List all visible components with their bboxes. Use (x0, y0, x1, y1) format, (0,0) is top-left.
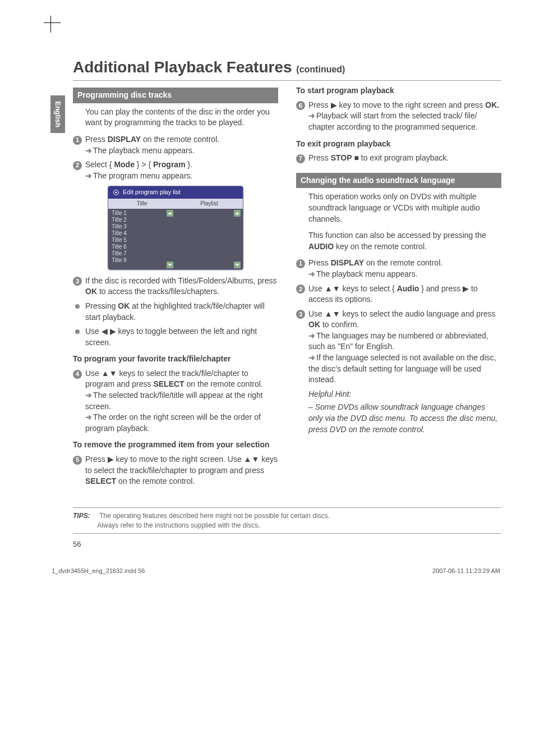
step-body: Press DISPLAY on the remote control. ➜Th… (308, 258, 501, 280)
text: ■ to exit program playback. (352, 153, 449, 162)
playlist-title-text: Edit program play list (123, 188, 181, 196)
crop-mark (50, 16, 51, 33)
right-step-2: 2 Use ▲▼ keys to select { Audio } and pr… (296, 283, 501, 305)
key-label: SELECT (85, 476, 116, 485)
list-item: Title 6 (112, 244, 172, 250)
tips-box: TIPS: The operating features described h… (73, 507, 501, 534)
title-continued: (continued) (296, 65, 345, 74)
section-heading-audio: Changing the audio soundtrack language (296, 173, 501, 189)
page-number: 56 (73, 539, 501, 549)
scroll-down-icon (167, 262, 173, 268)
key-label: DISPLAY (108, 135, 141, 144)
subheading-remove: To remove the programmed item from your … (73, 439, 278, 451)
tips-line: Always refer to the instructions supplie… (97, 521, 260, 529)
text: key on the remote control. (334, 242, 427, 251)
result-arrow-icon: ➜ (308, 353, 315, 362)
list-item: Title 5 (112, 237, 172, 244)
list-item: Title 2 (112, 217, 172, 223)
result-arrow-icon: ➜ (85, 391, 92, 400)
result-arrow-icon: ➜ (85, 146, 92, 155)
right-column: To start program playback 6 Press ▶ key … (296, 85, 501, 491)
result-arrow-icon: ➜ (85, 171, 92, 180)
text: on the remote control. (141, 135, 219, 144)
result-text: The playback menu appears. (93, 146, 195, 155)
result-text: The playback menu appears. (316, 269, 418, 278)
playlist-right-list (176, 209, 243, 269)
playlist-col-title: Title (108, 199, 176, 209)
result-text: The program menu appears. (93, 171, 192, 180)
text: Press (308, 258, 331, 267)
text: on the remote control. (364, 258, 442, 267)
step-body: Select { Mode } > { Program }. ➜The prog… (85, 159, 278, 181)
title-rule (73, 80, 501, 81)
playlist-title-list: Title 1 Title 2 Title 3 Title 4 Title 5 … (108, 209, 176, 269)
key-label: SELECT (153, 379, 184, 388)
playlist-col-playlist: Playlist (176, 199, 243, 209)
step-body: Press ▶ key to move to the right screen … (308, 100, 501, 133)
text: Use ▲▼ keys to select { (308, 284, 397, 293)
list-item: Title 7 (112, 250, 172, 257)
result-arrow-icon: ➜ (308, 111, 315, 120)
step-4: 4 Use ▲▼ keys to select the track/file/c… (73, 368, 278, 434)
print-footer: 1_dvdr3455H_eng_21832.indd 56 2007-06-11… (50, 567, 501, 575)
text: Press ▶ key to move to the right screen.… (85, 455, 278, 475)
key-label: Mode (114, 160, 135, 169)
step-body: If the disc is recorded with Titles/Fold… (85, 276, 278, 297)
hint-body: – Some DVDs allow soundtrack language ch… (308, 402, 501, 435)
text: Select { (85, 160, 114, 169)
text: on the remote control. (116, 476, 195, 485)
para: This function can also be accessed by pr… (308, 230, 501, 252)
right-step-1: 1 Press DISPLAY on the remote control. ➜… (296, 258, 501, 280)
result-text: The selected track/file/title will appea… (85, 391, 263, 411)
result-text: If the language selected is not availabl… (308, 353, 496, 384)
text: }. (186, 160, 192, 169)
step-body: Press ▶ key to move to the right screen.… (85, 454, 278, 487)
text: Press ▶ key to move to the right screen … (308, 100, 485, 109)
text: on the remote control. (185, 379, 263, 388)
key-label: STOP (331, 153, 352, 162)
text: } > { (135, 160, 153, 169)
key-label: DISPLAY (331, 258, 364, 267)
list-item: Title 4 (112, 230, 172, 237)
step-2: 2 Select { Mode } > { Program }. ➜The pr… (73, 159, 278, 181)
key-label: Program (153, 160, 186, 169)
scroll-down-icon (234, 262, 241, 268)
result-text: The order on the right screen will be th… (85, 413, 261, 433)
bullet-item: Use ◀ ▶ keys to toggle between the left … (73, 326, 278, 348)
subheading-program: To program your favorite track/file/chap… (73, 354, 278, 365)
playlist-columns: Title Playlist (108, 199, 243, 209)
language-tab: English (50, 95, 65, 133)
step-number-icon: 2 (73, 161, 82, 170)
playlist-screenshot: Edit program play list Title Playlist Ti… (108, 186, 243, 269)
step-number-icon: 3 (73, 277, 82, 286)
step-number-icon: 1 (296, 259, 305, 268)
list-item: Title 8 (112, 257, 172, 264)
bullet-icon (75, 304, 80, 309)
playlist-titlebar: Edit program play list (108, 186, 243, 198)
text: Use ▲▼ keys to select the audio language… (308, 309, 496, 318)
key-label: OK (308, 320, 320, 329)
text: to confirm. (320, 320, 359, 329)
step-body: Use ◀ ▶ keys to toggle between the left … (85, 326, 278, 348)
step-body: Press DISPLAY on the remote control. ➜Th… (85, 134, 278, 156)
scroll-up-icon (234, 210, 241, 217)
step-body: Pressing OK at the highlighted track/fil… (85, 301, 278, 323)
columns: Programming disc tracks You can play the… (73, 85, 501, 491)
result-arrow-icon: ➜ (308, 331, 315, 340)
step-6: 6 Press ▶ key to move to the right scree… (296, 100, 501, 133)
text: to access the tracks/files/chapters. (97, 287, 219, 296)
step-number-icon: 4 (73, 370, 82, 379)
text: Pressing (85, 301, 118, 310)
step-body: Press STOP ■ to exit program playback. (308, 153, 501, 164)
text: Press (85, 135, 108, 144)
subheading-exit: To exit program playback (296, 139, 501, 150)
text: This function can also be accessed by pr… (308, 231, 486, 240)
text: Press (308, 153, 331, 162)
step-body: Use ▲▼ keys to select { Audio } and pres… (308, 283, 501, 305)
key-label: OK. (485, 100, 499, 109)
step-body: Use ▲▼ keys to select the track/file/cha… (85, 368, 278, 434)
tips-label: TIPS: (73, 512, 90, 520)
result-text: Playback will start from the selected tr… (308, 111, 478, 131)
subheading-start: To start program playback (296, 85, 501, 97)
step-7: 7 Press STOP ■ to exit program playback. (296, 153, 501, 164)
